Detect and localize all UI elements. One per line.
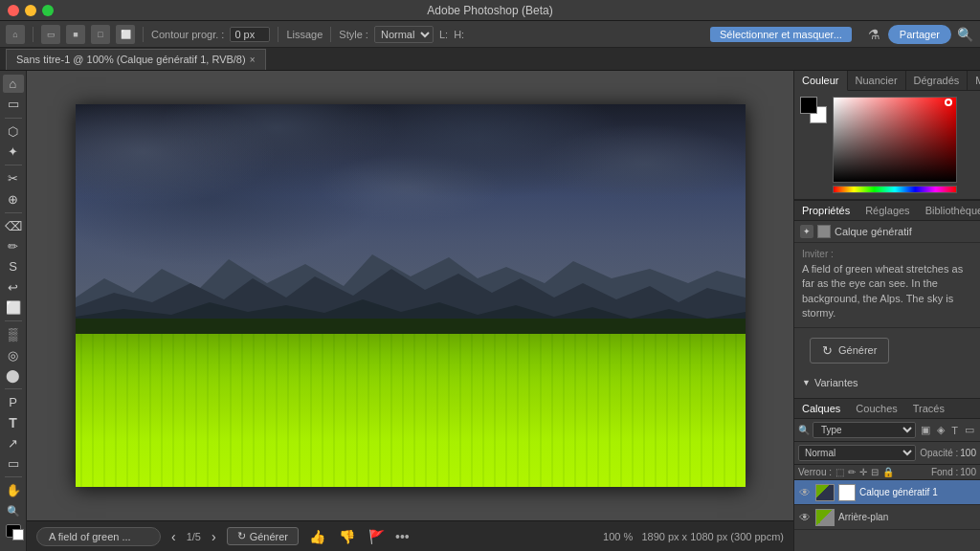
magic-select-tool-btn[interactable]: ✦ [3, 143, 24, 161]
eyedropper-tool-btn[interactable]: ⊕ [3, 189, 24, 208]
color-hue-slider[interactable] [833, 186, 957, 193]
flask-icon[interactable]: ⚗ [865, 25, 884, 44]
thumbs-up-button[interactable]: 👍 [306, 529, 328, 544]
tab-calques[interactable]: Calques [794, 399, 848, 418]
generate-refresh-icon: ↻ [822, 343, 833, 358]
tab-couches[interactable]: Couches [848, 399, 904, 418]
color-panel-tabs: Couleur Nuancier Dégradés Motifs [794, 71, 980, 91]
move-tool-btn[interactable]: ⌂ [3, 75, 24, 93]
pen-tool-btn[interactable]: P [3, 393, 24, 411]
layer-eye-generative[interactable]: 👁 [798, 486, 812, 499]
layer-type-btn[interactable]: T [949, 425, 960, 436]
layer-name-generative: Calque génératif 1 [859, 487, 976, 497]
maximize-button[interactable] [42, 5, 54, 16]
canvas-area: A field of green ... ‹ 1/5 › ↻ Générer 👍… [27, 71, 793, 551]
blend-mode-select[interactable]: Normal [798, 445, 916, 461]
generate-canvas-button[interactable]: ↻ Générer [227, 527, 299, 545]
lock-position-icon[interactable]: ✛ [859, 467, 867, 477]
tab-couleur[interactable]: Couleur [794, 71, 848, 91]
type-tool-btn[interactable]: T [3, 413, 24, 431]
tab-proprietes[interactable]: Propriétés [794, 201, 858, 220]
eraser-tool-btn[interactable]: ⬜ [3, 298, 24, 317]
canvas-wrapper [27, 71, 793, 520]
blur-tool-btn[interactable]: ◎ [3, 345, 24, 364]
fill-icon[interactable]: ■ [66, 25, 85, 44]
flag-button[interactable]: 🚩 [366, 529, 388, 544]
lock-label: Verrou : [798, 467, 832, 477]
lock-artboard-icon[interactable]: ⊟ [871, 467, 879, 477]
prop-layer-header: ✦ Calque génératif [794, 221, 980, 243]
gen-count: 1/5 [187, 531, 201, 542]
gradient-tool-btn[interactable]: ▒ [3, 325, 24, 343]
search-icon[interactable]: 🔍 [955, 25, 974, 44]
layer-shape-btn[interactable]: ▭ [963, 424, 976, 436]
layer-eye-background[interactable]: 👁 [798, 511, 812, 524]
variantes-section[interactable]: ▼ Variantes [794, 373, 980, 392]
toolbar-separator-4 [330, 27, 331, 42]
svg-rect-4 [76, 334, 746, 487]
tab-motifs[interactable]: Motifs [968, 71, 980, 90]
hand-tool-btn[interactable]: ✋ [3, 481, 24, 499]
stroke-icon[interactable]: □ [91, 25, 110, 44]
tab-bibliotheques[interactable]: Bibliothèques [918, 201, 980, 220]
layers-blend-row: Normal Opacité : 100 [794, 442, 980, 465]
contour-input[interactable] [230, 27, 270, 42]
thumbs-down-button[interactable]: 👎 [336, 529, 358, 544]
style-select[interactable]: Normal [374, 26, 434, 43]
heal-tool-btn[interactable]: ⌫ [3, 217, 24, 235]
tab-degrades[interactable]: Dégradés [906, 71, 969, 90]
marquee-tool-btn[interactable]: ▭ [3, 95, 24, 113]
lock-transparent-icon[interactable]: ⬚ [835, 467, 844, 477]
zoom-tool-btn[interactable]: 🔍 [3, 501, 24, 519]
fg-color-btn[interactable] [6, 524, 21, 538]
lock-all-icon[interactable]: 🔒 [882, 467, 894, 477]
active-tab[interactable]: Sans titre-1 @ 100% (Calque génératif 1,… [6, 49, 266, 70]
nav-next-button[interactable]: › [209, 529, 219, 544]
invite-label: Inviter : [802, 249, 972, 259]
layer-adj-btn[interactable]: ◈ [935, 424, 947, 436]
select-mask-button[interactable]: Sélectionner et masquer... [710, 27, 852, 42]
properties-panel: Propriétés Réglages Bibliothèques ✦ Calq… [794, 200, 980, 398]
share-button[interactable]: Partager [888, 25, 951, 44]
layer-item-background[interactable]: 👁 Arrière-plan [794, 505, 980, 530]
layer-pixel-btn[interactable]: ▣ [919, 424, 932, 436]
color-swatch-area [800, 97, 827, 193]
stamp-tool-btn[interactable]: S [3, 257, 24, 276]
path-selection-btn[interactable]: ↗ [3, 434, 24, 452]
left-toolbar: ⌂ ▭ ⬡ ✦ ✂ ⊕ ⌫ ✏ S ↩ ⬜ ▒ ◎ ⬤ P T ↗ ▭ ✋ 🔍 [0, 71, 27, 551]
layer-mask-icon [817, 225, 831, 238]
layer-item-generative[interactable]: 👁 Calque génératif 1 [794, 480, 980, 505]
window-controls[interactable] [8, 5, 54, 16]
tab-close-icon[interactable]: × [250, 55, 256, 65]
brush-tool-btn[interactable]: ✏ [3, 237, 24, 255]
tab-reglages[interactable]: Réglages [858, 201, 917, 220]
fg-color-swatch[interactable] [800, 97, 817, 114]
color-gradient-picker[interactable] [833, 97, 957, 183]
tabbar: Sans titre-1 @ 100% (Calque génératif 1,… [0, 48, 980, 71]
layer-mask-generative [838, 484, 856, 501]
right-icons: ⚗ Partager 🔍 [865, 25, 974, 44]
generate-big-label: Générer [838, 344, 877, 356]
minimize-button[interactable] [25, 5, 36, 16]
brush-size-icon[interactable]: ⬜ [116, 25, 135, 44]
nav-prev-button[interactable]: ‹ [168, 529, 179, 544]
dodge-tool-btn[interactable]: ⬤ [3, 366, 24, 385]
tool-options-icon[interactable]: ▭ [41, 25, 60, 44]
close-button[interactable] [8, 5, 19, 16]
tab-nuancier[interactable]: Nuancier [848, 71, 906, 90]
prompt-bar: A field of green ... ‹ 1/5 › ↻ Générer 👍… [36, 527, 410, 546]
titlebar: Adobe Photoshop (Beta) [0, 0, 980, 21]
color-picker-area [833, 97, 974, 193]
generate-big-button[interactable]: ↻ Générer [810, 338, 889, 364]
crop-tool-btn[interactable]: ✂ [3, 169, 24, 187]
more-options-button[interactable]: ••• [395, 529, 410, 544]
home-icon[interactable]: ⌂ [6, 25, 25, 44]
lock-image-icon[interactable]: ✏ [848, 467, 856, 477]
lasso-tool-btn[interactable]: ⬡ [3, 122, 24, 141]
layers-type-filter[interactable]: Type [813, 422, 916, 438]
tab-traces[interactable]: Tracés [905, 399, 952, 418]
history-brush-btn[interactable]: ↩ [3, 278, 24, 297]
shape-tool-btn[interactable]: ▭ [3, 454, 24, 473]
opacity-control: Opacité : 100 [920, 448, 976, 458]
fill-control: Fond : 100 [931, 467, 976, 477]
